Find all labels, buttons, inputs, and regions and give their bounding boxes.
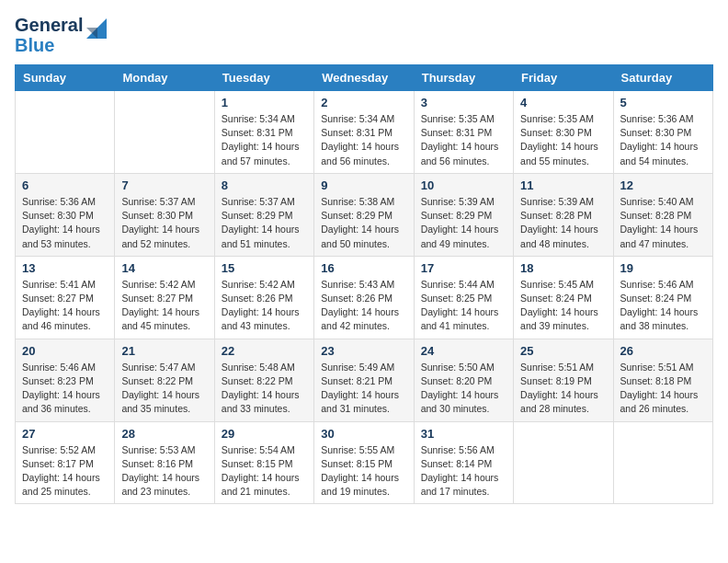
day-detail: Sunrise: 5:36 AMSunset: 8:30 PMDaylight:…	[620, 112, 706, 168]
day-detail: Sunrise: 5:40 AMSunset: 8:28 PMDaylight:…	[620, 195, 706, 251]
day-number: 5	[620, 96, 706, 109]
day-detail: Sunrise: 5:34 AMSunset: 8:31 PMDaylight:…	[321, 112, 406, 168]
calendar-cell: 5Sunrise: 5:36 AMSunset: 8:30 PMDaylight…	[613, 91, 712, 174]
day-number: 22	[222, 344, 307, 358]
calendar-weekday-wednesday: Wednesday	[314, 65, 414, 91]
calendar-cell: 9Sunrise: 5:38 AMSunset: 8:29 PMDaylight…	[314, 173, 414, 256]
calendar-cell: 22Sunrise: 5:48 AMSunset: 8:22 PMDayligh…	[214, 339, 313, 421]
day-detail: Sunrise: 5:42 AMSunset: 8:26 PMDaylight:…	[222, 278, 307, 334]
day-number: 30	[321, 427, 406, 441]
day-detail: Sunrise: 5:54 AMSunset: 8:15 PMDaylight:…	[222, 443, 307, 500]
day-detail: Sunrise: 5:37 AMSunset: 8:30 PMDaylight:…	[121, 195, 207, 251]
day-number: 16	[321, 261, 406, 275]
day-number: 17	[421, 261, 506, 275]
calendar-cell: 8Sunrise: 5:37 AMSunset: 8:29 PMDaylight…	[214, 173, 313, 256]
day-detail: Sunrise: 5:48 AMSunset: 8:22 PMDaylight:…	[222, 361, 307, 417]
day-detail: Sunrise: 5:49 AMSunset: 8:21 PMDaylight:…	[321, 361, 406, 417]
day-detail: Sunrise: 5:37 AMSunset: 8:29 PMDaylight:…	[222, 195, 307, 251]
day-detail: Sunrise: 5:56 AMSunset: 8:14 PMDaylight:…	[421, 443, 506, 500]
calendar-weekday-thursday: Thursday	[414, 65, 513, 91]
calendar-cell: 7Sunrise: 5:37 AMSunset: 8:30 PMDaylight…	[115, 173, 214, 256]
day-number: 28	[121, 427, 207, 441]
day-number: 26	[620, 344, 706, 358]
calendar-cell: 30Sunrise: 5:55 AMSunset: 8:15 PMDayligh…	[314, 421, 414, 504]
day-number: 1	[222, 96, 307, 109]
day-detail: Sunrise: 5:46 AMSunset: 8:24 PMDaylight:…	[620, 278, 706, 334]
calendar-cell: 6Sunrise: 5:36 AMSunset: 8:30 PMDaylight…	[16, 173, 115, 256]
logo-triangle-icon	[86, 18, 107, 42]
day-detail: Sunrise: 5:35 AMSunset: 8:30 PMDaylight:…	[520, 112, 606, 168]
day-detail: Sunrise: 5:51 AMSunset: 8:19 PMDaylight:…	[520, 361, 606, 417]
calendar-cell: 10Sunrise: 5:39 AMSunset: 8:29 PMDayligh…	[414, 173, 513, 256]
day-number: 4	[520, 96, 606, 109]
day-detail: Sunrise: 5:55 AMSunset: 8:15 PMDaylight:…	[321, 443, 406, 500]
page-header: General Blue	[15, 15, 713, 55]
day-number: 14	[121, 261, 207, 275]
day-number: 29	[222, 427, 307, 441]
day-number: 20	[22, 344, 108, 358]
day-detail: Sunrise: 5:38 AMSunset: 8:29 PMDaylight:…	[321, 195, 406, 251]
calendar-weekday-tuesday: Tuesday	[214, 65, 313, 91]
day-detail: Sunrise: 5:36 AMSunset: 8:30 PMDaylight:…	[22, 195, 108, 251]
calendar-cell	[514, 421, 613, 504]
calendar-weekday-friday: Friday	[514, 65, 613, 91]
calendar-cell: 31Sunrise: 5:56 AMSunset: 8:14 PMDayligh…	[414, 421, 513, 504]
day-number: 27	[22, 427, 108, 441]
day-number: 9	[321, 178, 406, 192]
calendar-cell: 1Sunrise: 5:34 AMSunset: 8:31 PMDaylight…	[214, 91, 313, 174]
day-detail: Sunrise: 5:35 AMSunset: 8:31 PMDaylight:…	[421, 112, 506, 168]
day-number: 6	[22, 178, 108, 192]
calendar-cell: 19Sunrise: 5:46 AMSunset: 8:24 PMDayligh…	[613, 256, 712, 339]
calendar-cell: 24Sunrise: 5:50 AMSunset: 8:20 PMDayligh…	[414, 339, 513, 421]
calendar-cell: 11Sunrise: 5:39 AMSunset: 8:28 PMDayligh…	[514, 173, 613, 256]
day-number: 24	[421, 344, 506, 358]
calendar-cell: 27Sunrise: 5:52 AMSunset: 8:17 PMDayligh…	[16, 421, 115, 504]
calendar-cell: 25Sunrise: 5:51 AMSunset: 8:19 PMDayligh…	[514, 339, 613, 421]
day-number: 31	[421, 427, 506, 441]
day-detail: Sunrise: 5:42 AMSunset: 8:27 PMDaylight:…	[121, 278, 207, 334]
day-number: 3	[421, 96, 506, 109]
day-detail: Sunrise: 5:50 AMSunset: 8:20 PMDaylight:…	[421, 361, 506, 417]
calendar-cell: 12Sunrise: 5:40 AMSunset: 8:28 PMDayligh…	[613, 173, 712, 256]
day-number: 7	[121, 178, 207, 192]
day-number: 12	[620, 178, 706, 192]
calendar-cell: 4Sunrise: 5:35 AMSunset: 8:30 PMDaylight…	[514, 91, 613, 174]
day-detail: Sunrise: 5:39 AMSunset: 8:28 PMDaylight:…	[520, 195, 606, 251]
day-detail: Sunrise: 5:34 AMSunset: 8:31 PMDaylight:…	[222, 112, 307, 168]
day-number: 23	[321, 344, 406, 358]
calendar-cell: 20Sunrise: 5:46 AMSunset: 8:23 PMDayligh…	[16, 339, 115, 421]
logo-general: General	[15, 15, 83, 35]
day-detail: Sunrise: 5:45 AMSunset: 8:24 PMDaylight:…	[520, 278, 606, 334]
day-number: 25	[520, 344, 606, 358]
calendar-cell: 13Sunrise: 5:41 AMSunset: 8:27 PMDayligh…	[16, 256, 115, 339]
day-detail: Sunrise: 5:41 AMSunset: 8:27 PMDaylight:…	[22, 278, 108, 334]
day-detail: Sunrise: 5:47 AMSunset: 8:22 PMDaylight:…	[121, 361, 207, 417]
day-number: 2	[321, 96, 406, 109]
day-detail: Sunrise: 5:43 AMSunset: 8:26 PMDaylight:…	[321, 278, 406, 334]
calendar-cell: 21Sunrise: 5:47 AMSunset: 8:22 PMDayligh…	[115, 339, 214, 421]
day-number: 19	[620, 261, 706, 275]
day-detail: Sunrise: 5:53 AMSunset: 8:16 PMDaylight:…	[121, 443, 207, 500]
day-number: 11	[520, 178, 606, 192]
day-detail: Sunrise: 5:51 AMSunset: 8:18 PMDaylight:…	[620, 361, 706, 417]
calendar-weekday-saturday: Saturday	[613, 65, 712, 91]
calendar-cell: 26Sunrise: 5:51 AMSunset: 8:18 PMDayligh…	[613, 339, 712, 421]
day-number: 21	[121, 344, 207, 358]
calendar-table: SundayMondayTuesdayWednesdayThursdayFrid…	[15, 64, 713, 504]
day-number: 18	[520, 261, 606, 275]
day-detail: Sunrise: 5:39 AMSunset: 8:29 PMDaylight:…	[421, 195, 506, 251]
day-number: 10	[421, 178, 506, 192]
day-detail: Sunrise: 5:46 AMSunset: 8:23 PMDaylight:…	[22, 361, 108, 417]
calendar-cell: 18Sunrise: 5:45 AMSunset: 8:24 PMDayligh…	[514, 256, 613, 339]
calendar-cell	[115, 91, 214, 174]
calendar-cell: 15Sunrise: 5:42 AMSunset: 8:26 PMDayligh…	[214, 256, 313, 339]
calendar-cell: 14Sunrise: 5:42 AMSunset: 8:27 PMDayligh…	[115, 256, 214, 339]
day-number: 8	[222, 178, 307, 192]
calendar-cell: 28Sunrise: 5:53 AMSunset: 8:16 PMDayligh…	[115, 421, 214, 504]
calendar-weekday-sunday: Sunday	[16, 65, 115, 91]
day-number: 13	[22, 261, 108, 275]
calendar-cell: 29Sunrise: 5:54 AMSunset: 8:15 PMDayligh…	[214, 421, 313, 504]
day-detail: Sunrise: 5:52 AMSunset: 8:17 PMDaylight:…	[22, 443, 108, 500]
calendar-weekday-monday: Monday	[115, 65, 214, 91]
calendar-cell: 2Sunrise: 5:34 AMSunset: 8:31 PMDaylight…	[314, 91, 414, 174]
